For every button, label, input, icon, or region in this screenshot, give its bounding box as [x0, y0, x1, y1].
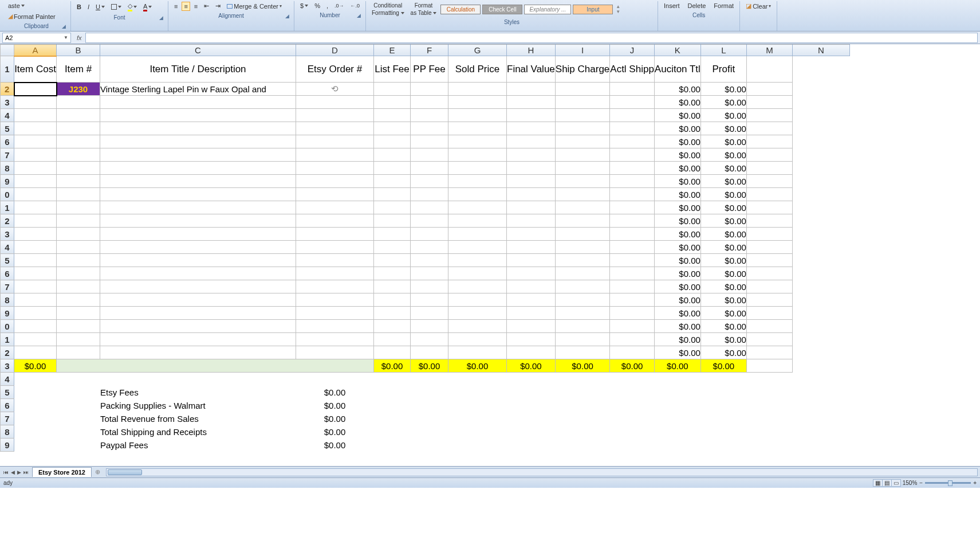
cell[interactable]: [555, 201, 610, 214]
cell[interactable]: [448, 201, 507, 214]
summary-value[interactable]: $0.00: [296, 399, 374, 412]
cell[interactable]: $0.00: [654, 346, 700, 359]
cell[interactable]: [374, 201, 411, 214]
summary-label[interactable]: Paypal Fees: [100, 438, 296, 452]
cell[interactable]: [448, 109, 507, 122]
cell[interactable]: [14, 373, 793, 386]
cell[interactable]: [14, 175, 57, 188]
cell[interactable]: [57, 280, 100, 293]
cell[interactable]: [555, 333, 610, 346]
cell[interactable]: [610, 280, 655, 293]
cell[interactable]: $0.00: [700, 188, 746, 201]
cell[interactable]: [555, 267, 610, 280]
cell[interactable]: [555, 254, 610, 267]
row-header[interactable]: 1: [1, 201, 14, 214]
cell[interactable]: $0.00: [654, 201, 700, 214]
row-header[interactable]: 7: [1, 280, 14, 293]
cell[interactable]: [555, 122, 610, 135]
cell[interactable]: [14, 386, 57, 399]
cell[interactable]: [411, 320, 448, 333]
cell[interactable]: $0.00: [654, 280, 700, 293]
cell[interactable]: $0.00: [700, 241, 746, 254]
cell[interactable]: [374, 412, 793, 425]
cell[interactable]: [448, 214, 507, 228]
cell[interactable]: [448, 188, 507, 201]
tab-first-icon[interactable]: ⏮: [2, 469, 10, 475]
cell[interactable]: [57, 214, 100, 228]
cell[interactable]: [555, 162, 610, 175]
cell[interactable]: [746, 346, 792, 359]
cell[interactable]: [746, 175, 792, 188]
cell[interactable]: [507, 333, 556, 346]
cell[interactable]: [610, 122, 655, 135]
active-cell[interactable]: [14, 83, 57, 96]
cell[interactable]: [448, 83, 507, 96]
cell[interactable]: [448, 346, 507, 359]
cell[interactable]: [296, 320, 374, 333]
cell[interactable]: [374, 122, 411, 135]
cell[interactable]: [555, 307, 610, 320]
cell[interactable]: [296, 267, 374, 280]
cell[interactable]: [746, 359, 792, 373]
row-header[interactable]: 2: [1, 214, 14, 228]
cell[interactable]: [374, 96, 411, 109]
cell[interactable]: Etsy Order #: [296, 56, 374, 83]
cell[interactable]: $0.00: [654, 162, 700, 175]
cell[interactable]: [57, 241, 100, 254]
cell[interactable]: [296, 307, 374, 320]
cell[interactable]: [296, 135, 374, 148]
col-header[interactable]: K: [654, 45, 700, 56]
cell[interactable]: [507, 148, 556, 162]
col-header[interactable]: E: [374, 45, 411, 56]
cell[interactable]: [100, 293, 296, 307]
col-header[interactable]: N: [792, 45, 849, 56]
cell[interactable]: [610, 307, 655, 320]
cell[interactable]: [14, 438, 57, 452]
cell[interactable]: $0.00: [374, 359, 411, 373]
cell[interactable]: [14, 280, 57, 293]
cell[interactable]: [746, 135, 792, 148]
cell[interactable]: [448, 162, 507, 175]
cell[interactable]: Item Cost: [14, 56, 57, 83]
cell[interactable]: [610, 228, 655, 241]
cell[interactable]: [610, 162, 655, 175]
view-buttons[interactable]: ▦▤▭: [873, 480, 900, 486]
cell[interactable]: [411, 96, 448, 109]
cell[interactable]: [100, 96, 296, 109]
cell[interactable]: [555, 148, 610, 162]
cell[interactable]: [14, 162, 57, 175]
cell[interactable]: [374, 386, 793, 399]
cell[interactable]: [374, 135, 411, 148]
cell[interactable]: $0.00: [555, 359, 610, 373]
cell[interactable]: $0.00: [654, 267, 700, 280]
cell[interactable]: [610, 148, 655, 162]
cell[interactable]: $0.00: [654, 214, 700, 228]
cell[interactable]: [448, 122, 507, 135]
cell[interactable]: J230: [57, 83, 100, 96]
cell[interactable]: [14, 135, 57, 148]
cell[interactable]: $0.00: [654, 122, 700, 135]
cell[interactable]: [411, 109, 448, 122]
decrease-decimal-button[interactable]: ←.0: [348, 2, 362, 10]
cell[interactable]: [411, 280, 448, 293]
row-header[interactable]: 6: [1, 399, 14, 412]
cell[interactable]: $0.00: [700, 228, 746, 241]
row-header[interactable]: 4: [1, 241, 14, 254]
cell[interactable]: [411, 175, 448, 188]
cell[interactable]: Item Title / Description: [100, 56, 296, 83]
cell[interactable]: [555, 83, 610, 96]
row-header[interactable]: 9: [1, 307, 14, 320]
row-header[interactable]: 8: [1, 425, 14, 438]
cell[interactable]: [14, 399, 57, 412]
cell[interactable]: [507, 241, 556, 254]
cell[interactable]: [411, 333, 448, 346]
cell[interactable]: [57, 228, 100, 241]
row-header[interactable]: 9: [1, 438, 14, 452]
row-header[interactable]: 9: [1, 175, 14, 188]
cell[interactable]: [746, 109, 792, 122]
cell[interactable]: $0.00: [654, 188, 700, 201]
styles-up-icon[interactable]: ▲: [616, 4, 620, 9]
cell[interactable]: [374, 293, 411, 307]
comma-button[interactable]: ,: [324, 1, 330, 10]
conditional-formatting-button[interactable]: ConditionalFormatting: [369, 1, 407, 17]
